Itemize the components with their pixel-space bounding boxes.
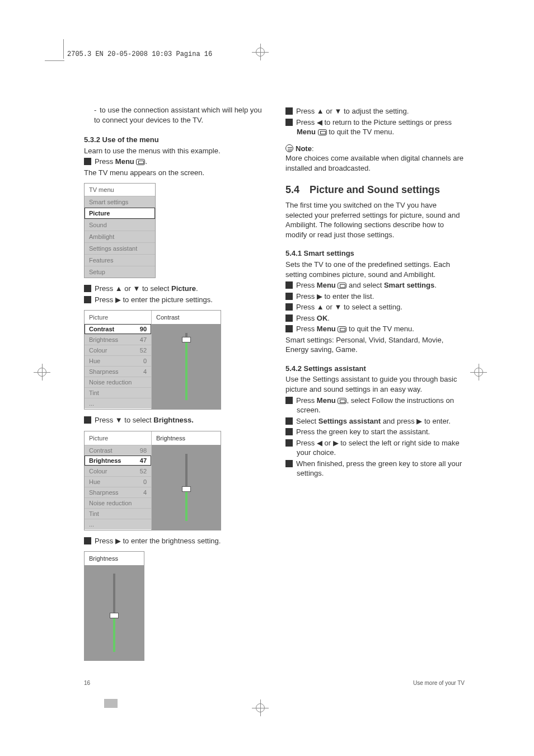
note-text: More choices come available when digital… (285, 153, 465, 173)
step-number-icon: 7 (285, 119, 293, 126)
registration-mark-icon (252, 44, 269, 60)
heading-5-4: 5.4Picture and Sound settings (285, 184, 465, 196)
step-4: 4Press ▼ to select Brightness. (84, 415, 263, 425)
brightness-box: Brightness (84, 551, 144, 661)
brightness-title: Brightness (85, 552, 144, 565)
menu-row: ... (85, 398, 151, 408)
step-number-icon: 1 (84, 158, 91, 165)
step-number-icon: 4 (285, 314, 293, 322)
slider-area (152, 324, 221, 409)
step-number-icon: 6 (285, 107, 293, 115)
step-1-result: The TV menu appears on the screen. (84, 168, 263, 178)
menu-row: Contrast98 (85, 445, 151, 456)
step-1: 1Press Menu , select Follow the instruct… (285, 396, 465, 415)
menu-row: Colour52 (85, 466, 151, 476)
step-5: 5Press Menu to quit the TV menu. (285, 324, 465, 334)
step-5: 5Press ▶ to enter the brightness setting… (84, 536, 263, 546)
step-number-icon: 1 (285, 281, 293, 289)
picture-menu-brightness: Picture Contrast98 Brightness47 Colour52… (84, 431, 221, 530)
registration-mark-icon (34, 364, 50, 381)
page-content: -to use the connection assistant which w… (84, 105, 465, 666)
step-number-icon: 3 (285, 303, 293, 311)
section-name: Use more of your TV (413, 680, 465, 686)
picture-menu-contrast: Picture Contrast90 Brightness47 Colour52… (84, 310, 221, 410)
menu-icon (318, 129, 327, 135)
step-number-icon: 2 (285, 417, 293, 425)
step-2: 2Select Settings assistant and press ▶ t… (285, 416, 465, 426)
print-header: 2705.3 EN 20-05-2008 10:03 Pagina 16 (67, 50, 212, 58)
section-intro: The first time you switched on the TV yo… (285, 200, 465, 240)
step-2: 2Press ▲ or ▼ to select Picture. (84, 284, 263, 294)
left-column: -to use the connection assistant which w… (84, 105, 263, 666)
menu-item: Smart settings (85, 196, 155, 208)
note-icon (285, 144, 293, 152)
step-number-icon: 5 (285, 325, 293, 332)
menu-row: Noise reduction (85, 377, 151, 387)
menu-row-selected: Brightness47 (85, 456, 151, 466)
step-1: 1Press Menu and select Smart settings. (285, 280, 465, 290)
menu-row: Colour52 (85, 345, 151, 355)
registration-mark-icon (470, 364, 487, 381)
step-6: 6Press ▲ or ▼ to adjust the setting. (285, 106, 465, 116)
menu-item: Features (85, 254, 155, 266)
menu-item: Settings assistant (85, 242, 155, 254)
menu-icon (338, 398, 346, 404)
registration-mark-icon (252, 699, 269, 716)
tv-menu-illustration: TV menu Smart settings Picture Sound Amb… (84, 183, 156, 278)
step-number-icon: 2 (285, 293, 293, 300)
menu-row: ... (85, 519, 151, 529)
step-3: 3Press ▶ to enter the picture settings. (84, 295, 263, 305)
picture-menu-title: Picture (85, 311, 151, 324)
menu-icon (136, 159, 145, 165)
step-5: 5When finished, press the green key to s… (285, 459, 465, 478)
menu-row: Hue0 (85, 476, 151, 487)
menu-row: Tint (85, 508, 151, 519)
subsection-intro: Use the Settings assistant to guide you … (285, 374, 465, 394)
heading-5-3-2: 5.3.2 Use of the menu (84, 135, 263, 145)
note-heading: Note: (285, 144, 465, 154)
step-2: 2Press ▶ to enter the list. (285, 292, 465, 302)
vertical-slider (175, 333, 198, 400)
menu-row-selected: Contrast90 (85, 324, 151, 334)
heading-5-4-2: 5.4.2 Settings assistant (285, 364, 465, 374)
crop-mark-icon (63, 39, 64, 59)
step-number-icon: 2 (84, 285, 91, 292)
step-number-icon: 5 (285, 460, 293, 467)
step-1: 1Press Menu . (84, 157, 263, 167)
subsection-intro: Sets the TV to one of the predefined set… (285, 260, 465, 279)
step-number-icon: 5 (84, 537, 91, 544)
intro-bullet: -to use the connection assistant which w… (84, 105, 263, 125)
menu-icon (338, 283, 346, 289)
menu-row: Tint (85, 387, 151, 398)
step-number-icon: 4 (84, 416, 91, 424)
menu-item-selected: Picture (85, 208, 155, 219)
page-number: 16 (84, 680, 90, 686)
menu-item: Ambilight (85, 231, 155, 242)
step-4: 4Press OK. (285, 313, 465, 323)
intro-text: Learn to use the menus with this example… (84, 146, 263, 156)
menu-row: Sharpness4 (85, 487, 151, 497)
step-number-icon: 1 (285, 397, 293, 404)
slider-area (85, 565, 144, 660)
right-column: 6Press ▲ or ▼ to adjust the setting. 7Pr… (285, 105, 465, 666)
step-number-icon: 4 (285, 439, 293, 447)
heading-5-4-1: 5.4.1 Smart settings (285, 248, 465, 259)
vertical-slider (175, 454, 198, 521)
tab-marker-icon (104, 699, 118, 708)
vertical-slider (103, 574, 125, 652)
menu-icon (338, 326, 346, 332)
slider-title: Contrast (152, 311, 221, 324)
step-3: 3Press ▲ or ▼ to select a setting. (285, 302, 465, 312)
menu-row: Hue0 (85, 355, 151, 366)
step-number-icon: 3 (84, 296, 91, 303)
menu-row: Sharpness4 (85, 366, 151, 377)
slider-title: Brightness (152, 431, 221, 445)
menu-row: Brightness47 (85, 334, 151, 345)
step-3: 3Press the green key to start the assist… (285, 427, 465, 437)
picture-menu-title: Picture (85, 431, 151, 445)
tv-menu-title: TV menu (85, 184, 155, 196)
menu-item: Setup (85, 266, 155, 278)
page-footer: 16 Use more of your TV (84, 680, 465, 686)
menu-item: Sound (85, 219, 155, 231)
step-number-icon: 3 (285, 428, 293, 435)
